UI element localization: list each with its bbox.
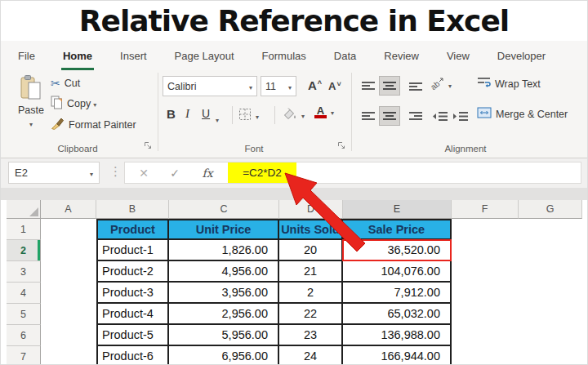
font-size-combo[interactable]: 11 [261,76,296,96]
cell-G7[interactable] [519,346,582,365]
enter-icon[interactable]: ✓ [163,162,187,183]
col-header-B[interactable]: B [96,200,169,219]
row-header-4[interactable]: 4 [7,283,41,304]
italic-button[interactable]: I [185,107,189,121]
cell-E6[interactable]: 136,988.00 [343,325,452,346]
font-dialog-launcher[interactable] [337,138,345,153]
cell-C5[interactable]: 2,956.00 [169,304,279,325]
align-top-button[interactable] [358,76,379,96]
col-header-G[interactable]: G [519,200,582,219]
cell-E3[interactable]: 104,076.00 [343,261,452,283]
cell-A5[interactable] [41,304,96,325]
cell-B7[interactable]: Product-6 [96,346,169,365]
format-painter-button[interactable]: Format Painter [51,117,136,132]
col-header-C[interactable]: C [169,200,279,219]
row-header-1[interactable]: 1 [7,219,41,240]
tab-page-layout[interactable]: Page Layout [173,43,236,70]
formula-input-strip[interactable]: ✕ ✓ fx =C2*D2 [124,162,581,184]
cell-B1[interactable]: Product [96,219,169,240]
font-color-button[interactable]: A [314,105,334,118]
cell-A7[interactable] [41,346,96,365]
copy-button[interactable]: Copy [51,96,96,112]
fill-color-button[interactable] [283,107,305,123]
paste-dropdown[interactable] [29,118,33,129]
font-color-dropdown[interactable] [331,106,334,118]
bold-button[interactable]: B [167,107,176,121]
cell-A6[interactable] [41,325,96,346]
grow-font-button[interactable]: A ˄ [308,78,322,92]
row-header-2[interactable]: 2 [7,240,41,261]
wrap-text-button[interactable]: Wrap Text [477,77,541,91]
cut-button[interactable]: ✂ Cut [51,77,80,90]
align-right-button[interactable] [405,106,426,126]
font-name-combo[interactable]: Calibri [163,76,257,96]
increase-indent-button[interactable] [450,106,471,126]
tab-file[interactable]: File [16,43,37,70]
cell-A2[interactable] [41,240,96,261]
cell-F1[interactable] [452,219,519,240]
clipboard-dialog-launcher[interactable] [144,138,152,153]
cell-E7[interactable]: 166,944.00 [343,346,452,365]
row-header-3[interactable]: 3 [7,261,41,283]
tab-formulas[interactable]: Formulas [261,43,308,70]
cell-E2[interactable]: 36,520.00 [343,240,452,261]
cell-F3[interactable] [452,261,519,283]
col-header-F[interactable]: F [452,200,519,219]
orientation-dropdown[interactable] [448,79,452,91]
cell-D3[interactable]: 21 [279,261,343,283]
cell-F2[interactable] [452,240,519,261]
borders-dropdown[interactable] [256,110,259,122]
cell-G5[interactable] [519,304,582,325]
tab-insert[interactable]: Insert [118,43,149,70]
paste-button[interactable]: Paste [11,74,51,146]
align-middle-button[interactable] [379,76,400,96]
align-left-button[interactable] [358,106,379,126]
cell-C1[interactable]: Unit Price [169,219,279,240]
select-all-corner[interactable] [7,200,41,219]
tab-developer[interactable]: Developer [496,43,547,70]
shrink-font-button[interactable]: A ˅ [328,80,341,92]
name-box[interactable]: E2 [8,162,100,184]
cell-F4[interactable] [452,283,519,304]
col-header-D[interactable]: D [279,200,343,219]
cell-C4[interactable]: 3,956.00 [169,283,279,304]
tab-home[interactable]: Home [61,43,94,70]
cell-F6[interactable] [452,325,519,346]
cell-A4[interactable] [41,283,96,304]
tab-review[interactable]: Review [382,43,421,70]
cell-B6[interactable]: Product-5 [96,325,169,346]
underline-dropdown[interactable] [216,111,219,126]
cell-G4[interactable] [519,283,582,304]
cell-E1[interactable]: Sale Price [343,219,452,240]
cancel-icon[interactable]: ✕ [131,162,156,183]
cell-D5[interactable]: 22 [279,304,343,325]
align-bottom-button[interactable] [405,76,426,96]
decrease-indent-button[interactable] [430,106,451,126]
cell-D4[interactable]: 2 [279,283,343,304]
row-header-7[interactable]: 7 [7,346,41,365]
row-header-5[interactable]: 5 [7,304,41,325]
cell-F5[interactable] [452,304,519,325]
borders-button[interactable] [238,108,259,123]
cell-E5[interactable]: 65,032.00 [343,304,452,325]
tab-data[interactable]: Data [332,43,358,70]
merge-center-button[interactable]: Merge & Center [477,107,568,121]
cell-B3[interactable]: Product-2 [96,261,169,283]
cell-A1[interactable] [41,219,96,240]
cell-B5[interactable]: Product-4 [96,304,169,325]
cell-C6[interactable]: 5,956.00 [169,325,279,346]
cell-D6[interactable]: 23 [279,325,343,346]
cell-G1[interactable] [519,219,582,240]
insert-function-icon[interactable]: fx [195,162,220,183]
col-header-A[interactable]: A [41,200,96,219]
col-header-E[interactable]: E [343,200,452,219]
fill-color-dropdown[interactable] [301,109,305,121]
align-center-button[interactable] [379,106,400,126]
orientation-button[interactable]: ab [430,77,452,93]
cell-C7[interactable]: 6,956.00 [169,346,279,365]
cell-D1[interactable]: Units Sold [279,219,343,240]
cell-G6[interactable] [519,325,582,346]
cell-F7[interactable] [452,346,519,365]
cell-D7[interactable]: 24 [279,346,343,365]
row-header-6[interactable]: 6 [7,325,41,346]
